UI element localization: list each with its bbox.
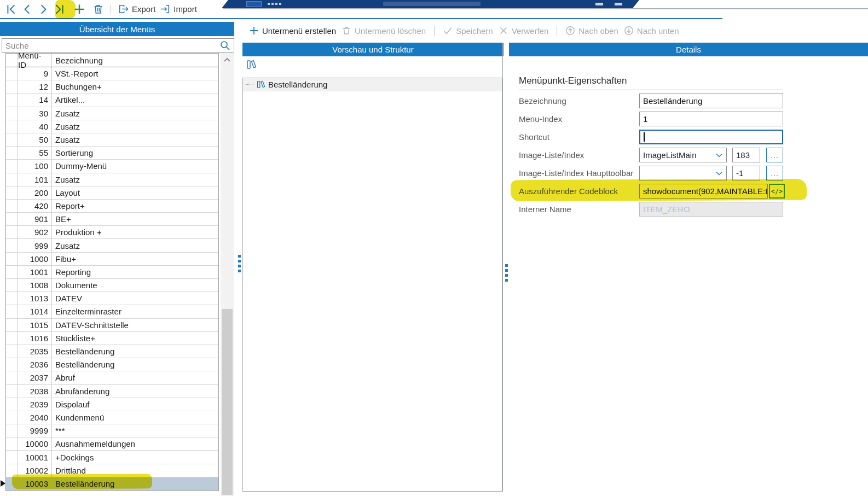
- export-icon: [118, 3, 129, 15]
- image-liste-haupttoolbar-label: Image-Liste/Index Haupttoolbar: [519, 168, 639, 178]
- table-row[interactable]: 55Sortierung: [6, 147, 218, 160]
- table-row[interactable]: 1016Stückliste+: [6, 332, 218, 345]
- table-row[interactable]: 10002Drittland: [6, 464, 218, 477]
- table-row[interactable]: 2038Abrufänderung: [6, 385, 218, 398]
- menu-index-field[interactable]: 1: [639, 112, 783, 126]
- row-indicator-cell: [6, 477, 18, 490]
- menu-books-icon: [246, 59, 257, 70]
- table-row[interactable]: 10000Ausnahmemeldungen: [6, 437, 218, 451]
- table-row[interactable]: 999Zusatz: [6, 239, 218, 252]
- table-row[interactable]: 200Layout: [6, 186, 218, 200]
- header-menu-id[interactable]: Menü-ID: [18, 54, 52, 67]
- row-indicator-cell: [6, 213, 18, 225]
- nav-next-icon[interactable]: [37, 3, 49, 15]
- scrollbar-up-icon[interactable]: [221, 53, 234, 66]
- table-row[interactable]: 100Dummy-Menü: [6, 160, 218, 173]
- save-button[interactable]: Speichern: [443, 26, 493, 36]
- table-row[interactable]: 9999***: [6, 424, 218, 437]
- image-haupttoolbar-index-field[interactable]: -1: [732, 166, 760, 180]
- titlebar-minimize-icon[interactable]: [595, 3, 603, 5]
- create-submenu-label: Untermenü erstellen: [262, 26, 336, 36]
- codeblock-editor-button[interactable]: </>: [769, 184, 785, 199]
- table-row[interactable]: 420Report+: [6, 200, 218, 213]
- table-row[interactable]: 50Zusatz: [6, 133, 218, 147]
- preview-panel-title: Vorschau und Struktur: [332, 45, 413, 54]
- cell-menu-id: 2040: [18, 411, 52, 424]
- titlebar-title-text-cutoff: [383, 2, 481, 6]
- cell-bezeichnung: Einzelterminraster: [52, 305, 218, 318]
- bezeichnung-field[interactable]: Bestelländerung: [639, 94, 783, 108]
- table-row[interactable]: 10003Bestelländerung: [6, 477, 218, 491]
- nav-last-icon[interactable]: [53, 3, 65, 15]
- import-button[interactable]: Import: [159, 3, 197, 15]
- selected-row-pointer-icon: [1, 480, 5, 487]
- table-row[interactable]: 30Zusatz: [6, 107, 218, 120]
- table-row[interactable]: 10001+Dockings: [6, 451, 218, 464]
- cell-menu-id: 1014: [18, 305, 52, 318]
- search-placeholder: Suche: [5, 41, 29, 50]
- splitter-right-handle[interactable]: [505, 264, 508, 282]
- codeblock-label: Auszuführender Codeblock: [519, 186, 639, 196]
- titlebar-maximize-icon[interactable]: [615, 3, 622, 5]
- cell-bezeichnung: Sortierung: [52, 147, 218, 159]
- table-row[interactable]: 1015DATEV-Schnittstelle: [6, 319, 218, 332]
- bezeichnung-label: Bezeichnung: [519, 96, 639, 106]
- tree-connector: [246, 84, 253, 85]
- table-row[interactable]: 101Zusatz: [6, 173, 218, 186]
- titlebar-button[interactable]: [246, 1, 262, 7]
- cell-bezeichnung: BE+: [52, 213, 218, 225]
- table-row[interactable]: 1000Fibu+: [6, 253, 218, 266]
- move-down-button[interactable]: Nach unten: [624, 26, 679, 36]
- shortcut-field[interactable]: [639, 130, 783, 144]
- move-up-button[interactable]: Nach oben: [565, 26, 618, 36]
- import-label: Import: [173, 4, 197, 14]
- image-liste-browse-button[interactable]: ...: [766, 148, 783, 162]
- form-row-codeblock: Auszuführender Codeblock showdocument(90…: [519, 184, 783, 199]
- table-row[interactable]: 2040Kundenmenü: [6, 411, 218, 424]
- add-menu-button[interactable]: [69, 0, 89, 18]
- image-liste-haupttoolbar-browse-button[interactable]: ...: [766, 166, 783, 180]
- table-row[interactable]: 1008Dokumente: [6, 279, 218, 292]
- table-row[interactable]: 1001Reporting: [6, 266, 218, 279]
- circle-arrow-up-icon: [565, 26, 575, 36]
- create-submenu-button[interactable]: Untermenü erstellen: [249, 26, 336, 36]
- discard-button[interactable]: Verwerfen: [499, 26, 549, 36]
- table-row[interactable]: 2037Abruf: [6, 371, 218, 384]
- table-row[interactable]: 2035Bestelländerung: [6, 345, 218, 358]
- header-bezeichnung[interactable]: Bezeichnung: [52, 54, 218, 67]
- row-indicator-cell: [6, 411, 18, 424]
- table-row[interactable]: 40Zusatz: [6, 120, 218, 133]
- scrollbar-thumb[interactable]: [222, 309, 233, 495]
- export-label: Export: [132, 4, 155, 14]
- delete-submenu-button[interactable]: Untermenü löschen: [342, 26, 426, 36]
- nav-first-icon[interactable]: [5, 3, 18, 15]
- image-liste-select[interactable]: ImageListMain: [639, 148, 727, 162]
- cell-bezeichnung: Buchungen+: [52, 80, 218, 93]
- circle-arrow-down-icon: [624, 26, 634, 36]
- table-row[interactable]: 12Buchungen+: [6, 80, 218, 94]
- splitter-left-handle[interactable]: [238, 255, 241, 272]
- left-panel-header: Übersicht der Menüs: [0, 22, 234, 36]
- image-liste-label: Image-Liste/Index: [519, 150, 639, 160]
- table-row[interactable]: 14Artikel...: [6, 94, 218, 107]
- table-row[interactable]: 2039Dispolauf: [6, 398, 218, 411]
- table-row[interactable]: 902Produktion +: [6, 226, 218, 239]
- export-button[interactable]: Export: [118, 3, 155, 15]
- tree-item-bestellaenderung[interactable]: Bestelländerung: [243, 78, 502, 91]
- x-icon: [499, 26, 508, 36]
- table-row[interactable]: 2036Bestelländerung: [6, 358, 218, 371]
- table-row[interactable]: 1013DATEV: [6, 292, 218, 305]
- menu-table: Menü-ID Bezeichnung 9VSt.-Report12Buchun…: [5, 53, 219, 491]
- search-icon[interactable]: [219, 40, 230, 51]
- image-liste-haupttoolbar-select[interactable]: [639, 166, 727, 180]
- toolbar-separator: [434, 26, 435, 36]
- codeblock-field[interactable]: showdocument(902,MAINTABLE:LIE: [639, 184, 768, 199]
- table-row[interactable]: 9VSt.-Report: [6, 67, 218, 80]
- table-row[interactable]: 1014Einzelterminraster: [6, 305, 218, 318]
- table-scrollbar[interactable]: [221, 53, 234, 496]
- nav-previous-icon[interactable]: [21, 3, 33, 15]
- delete-menu-trash-icon[interactable]: [92, 3, 104, 15]
- cell-menu-id: 999: [18, 239, 52, 252]
- image-index-field[interactable]: 183: [732, 148, 760, 162]
- table-row[interactable]: 901BE+: [6, 213, 218, 226]
